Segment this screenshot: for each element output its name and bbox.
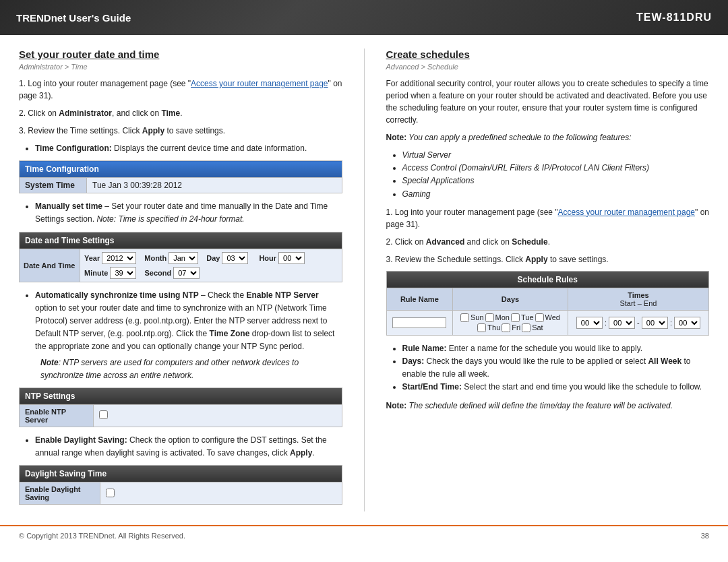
datetime-fields: Year 2012 Month Jan [80, 249, 342, 282]
schedule-row: Sun Mon Tue Wed Thu Fri Sat [386, 310, 709, 335]
rule-name-input[interactable] [392, 317, 446, 328]
feature-item-3: Special Applications [402, 175, 710, 187]
day-group: Day 03 [206, 252, 248, 264]
left-breadcrumb: Administrator > Time [19, 63, 342, 71]
days-info: Days: Check the days you would like the … [402, 355, 710, 381]
ntp-row-label: Enable NTP Server [20, 404, 94, 427]
feature-item-1: Virtual Server [402, 149, 710, 162]
ntp-header: NTP Settings [20, 387, 342, 404]
minute-select[interactable]: 39 [110, 267, 136, 279]
end-hour-select[interactable]: 00 [642, 317, 668, 329]
product-title: TEW-811DRU [636, 11, 712, 24]
times-cell: 00 : 00 - 00 : 00 [568, 310, 708, 335]
ntp-bullet: Automatically synchronize time using NTP… [35, 289, 342, 382]
right-step2: 2. Click on Advanced and click on Schedu… [386, 236, 710, 248]
hour-group: Hour 00 [259, 252, 305, 264]
ntp-note: Note: NTP servers are used for computers… [40, 358, 299, 380]
day-fri: Fri [502, 323, 520, 332]
start-min-select[interactable]: 00 [609, 317, 635, 329]
intro-text: For additional security control, your ro… [386, 77, 710, 126]
schedule-header: Schedule Rules [386, 271, 709, 288]
features-list: Virtual Server Access Control (Domain/UR… [402, 149, 710, 201]
copyright-text: © Copyright 2013 TRENDnet. All Rights Re… [19, 532, 185, 540]
minute-group: Minute 39 [84, 267, 136, 279]
right-section-title: Create schedules [386, 49, 710, 60]
step1-link[interactable]: Access your router management page [191, 79, 328, 88]
dst-bullet: Enable Daylight Saving: Check the option… [35, 434, 342, 460]
minute-label: Minute [84, 269, 108, 277]
month-group: Month Jan [144, 252, 198, 264]
dst-row-label: Enable Daylight Saving [20, 482, 100, 505]
datetime-row-label: Date And Time [20, 249, 80, 282]
day-mon: Mon [485, 313, 510, 322]
rule-name-cell [386, 310, 453, 335]
days-cell: Sun Mon Tue Wed Thu Fri Sat [453, 310, 568, 335]
start-hour-select[interactable]: 00 [576, 317, 603, 329]
ntp-checkbox-cell [94, 404, 342, 427]
checkbox-tue[interactable] [511, 313, 520, 322]
step1: 1. Log into your router management page … [19, 77, 342, 102]
year-select[interactable]: 2012 [102, 252, 136, 264]
month-label: Month [144, 254, 166, 262]
bullet-manual-time: Manually set time – Set your router date… [35, 200, 342, 226]
checkbox-sun[interactable] [460, 313, 469, 322]
hour-label: Hour [259, 254, 276, 262]
day-thu: Thu [477, 323, 500, 332]
right-breadcrumb: Advanced > Schedule [386, 63, 710, 71]
dst-header: Daylight Saving Time [20, 466, 342, 482]
datetime-header: Date and Time Settings [20, 232, 342, 249]
bullet-ntp: Automatically synchronize time using NTP… [35, 289, 342, 382]
page-header: TRENDnet User's Guide TEW-811DRU [0, 0, 728, 35]
hour-select[interactable]: 00 [278, 252, 305, 264]
time-info: Start/End Time: Select the start and end… [402, 381, 710, 394]
second-select[interactable]: 07 [173, 267, 200, 279]
manual-time-bullet: Manually set time – Set your router date… [35, 200, 342, 226]
day-select[interactable]: 03 [222, 252, 248, 264]
dst-checkbox[interactable] [106, 489, 115, 497]
month-select[interactable]: Jan [169, 252, 198, 264]
end-min-select[interactable]: 00 [674, 317, 700, 329]
schedule-table: Schedule Rules Rule Name Days TimesStart… [386, 271, 710, 336]
system-time-value: Tue Jan 3 00:39:28 2012 [87, 178, 342, 193]
time-config-bullet: Time Configuration: Displays the current… [35, 142, 342, 155]
col-times: TimesStart – End [568, 288, 708, 310]
rule-name-info: Rule Name: Enter a name for the schedule… [402, 342, 710, 355]
schedule-note: Note: The schedule defined will define t… [386, 400, 710, 412]
right-step1: 1. Log into your router management page … [386, 206, 710, 230]
feature-item-2: Access Control (Domain/URL Filters & IP/… [402, 162, 710, 175]
left-section-title: Set your router date and time [19, 49, 342, 60]
time-config-table: Time Configuration System Time Tue Jan 3… [19, 160, 342, 193]
note-text: Note: You can apply a predefined schedul… [386, 131, 710, 144]
checkbox-fri[interactable] [502, 323, 510, 332]
checkbox-wed[interactable] [535, 313, 544, 322]
checkbox-sat[interactable] [522, 323, 530, 332]
day-sat: Sat [522, 323, 543, 332]
schedule-info-list: Rule Name: Enter a name for the schedule… [402, 342, 710, 394]
day-sun: Sun [460, 313, 484, 322]
step2: 2. Click on Administrator, and click on … [19, 107, 342, 119]
year-group: Year 2012 [84, 252, 136, 264]
right-step3: 3. Review the Schedule settings. Click A… [386, 253, 710, 266]
page-number: 38 [701, 532, 709, 540]
dst-table: Daylight Saving Time Enable Daylight Sav… [19, 465, 342, 505]
ntp-table: NTP Settings Enable NTP Server [19, 387, 342, 427]
col-times-label: TimesStart – End [619, 291, 657, 307]
dst-checkbox-cell [100, 482, 342, 505]
year-label: Year [84, 254, 100, 262]
time-config-header: Time Configuration [20, 161, 342, 178]
bullet-dst: Enable Daylight Saving: Check the option… [35, 434, 342, 460]
col-days: Days [453, 288, 568, 310]
day-tue: Tue [511, 313, 534, 322]
ntp-checkbox[interactable] [99, 410, 108, 419]
second-group: Second 07 [144, 267, 200, 279]
col-rule-name: Rule Name [386, 288, 453, 310]
main-content: Set your router date and time Administra… [0, 35, 728, 525]
right-column: Create schedules Advanced > Schedule For… [386, 49, 710, 511]
checkbox-mon[interactable] [485, 313, 494, 322]
feature-item-4: Gaming [402, 188, 710, 201]
guide-title: TRENDnet User's Guide [16, 12, 131, 24]
right-step1-link[interactable]: Access your router management page [558, 208, 695, 217]
second-label: Second [144, 269, 171, 277]
checkbox-thu[interactable] [477, 323, 486, 332]
datetime-table: Date and Time Settings Date And Time Yea… [19, 232, 342, 282]
